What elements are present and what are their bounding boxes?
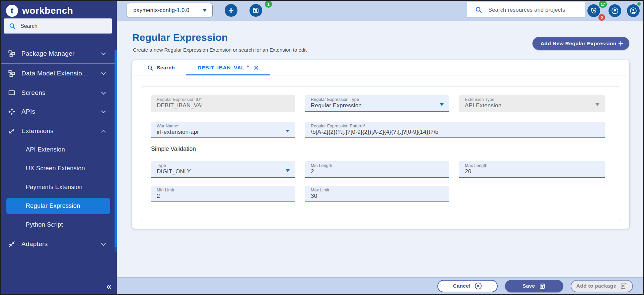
min-length-field[interactable]: Min Length 2 bbox=[305, 161, 449, 178]
min-limit-field[interactable]: Min Limit 2 bbox=[151, 186, 295, 202]
adapters-collapse-icon bbox=[8, 240, 15, 248]
field-value: Regular Expression bbox=[311, 102, 444, 109]
validation-type-select[interactable]: Type DIGIT_ONLY bbox=[151, 161, 295, 178]
field-label: Extension Type bbox=[465, 97, 599, 102]
topbar: payments-config-1.0.0 + 1 17 0 bbox=[117, 1, 644, 21]
max-limit-field[interactable]: Max Limit 30 bbox=[305, 186, 449, 202]
sidebar: t workbench Package Manager D bbox=[1, 1, 117, 294]
chevron-down-icon bbox=[101, 241, 106, 245]
global-search-input[interactable] bbox=[488, 7, 579, 13]
field-value: 20 bbox=[465, 168, 599, 175]
field-label: Max Limit bbox=[311, 188, 444, 192]
security-count-badge: 17 bbox=[599, 1, 607, 8]
sidebar-subitem-payments-extension[interactable]: Payments Extension bbox=[6, 179, 110, 195]
account-button[interactable] bbox=[627, 4, 640, 17]
sidebar-scrollbar[interactable] bbox=[115, 50, 117, 247]
main-content: Regular Expression Create a new Regular … bbox=[117, 21, 644, 277]
chevron-down-icon bbox=[101, 108, 106, 113]
sidebar-subitem-python-script[interactable]: Python Script bbox=[6, 217, 110, 233]
sidebar-item-label: Package Manager bbox=[21, 50, 102, 57]
sidebar-search-input[interactable] bbox=[20, 23, 101, 29]
dropdown-caret-icon bbox=[202, 9, 207, 12]
dropdown-caret-icon bbox=[440, 103, 444, 106]
save-all-button[interactable] bbox=[249, 4, 262, 17]
cancel-button-label: Cancel bbox=[453, 283, 471, 289]
sidebar-item-data-model-extensions[interactable]: Data Model Extensio... bbox=[1, 65, 115, 82]
notifications-bell-button[interactable] bbox=[609, 4, 621, 17]
unsaved-count-badge: 1 bbox=[265, 1, 272, 8]
field-value: 2 bbox=[311, 168, 444, 175]
unsaved-asterisk: * bbox=[247, 64, 249, 71]
project-selector-dropdown[interactable]: payments-config-1.0.0 bbox=[127, 3, 213, 17]
sidebar-collapse-button[interactable]: « bbox=[106, 282, 112, 291]
chevron-down-icon bbox=[101, 90, 106, 94]
sidebar-subitem-label: API Extension bbox=[26, 146, 65, 153]
dropdown-caret-icon bbox=[286, 169, 290, 172]
sidebar-item-label: Adapters bbox=[21, 240, 102, 248]
screen-icon bbox=[8, 89, 15, 97]
new-project-button[interactable]: + bbox=[225, 4, 237, 17]
sidebar-item-label: Extensions bbox=[21, 127, 102, 135]
sidebar-divider bbox=[1, 63, 115, 64]
field-value: DIGIT_ONLY bbox=[157, 168, 290, 175]
footer-action-bar: Cancel Save Add to package bbox=[117, 277, 644, 294]
save-floppy-icon bbox=[539, 283, 546, 290]
sidebar-item-package-manager[interactable]: Package Manager bbox=[1, 45, 115, 62]
sidebar-item-screens[interactable]: Screens bbox=[1, 84, 115, 102]
field-value: 30 bbox=[311, 193, 444, 199]
sidebar-subitem-regular-expression[interactable]: Regular Expression bbox=[6, 198, 110, 214]
extension-type-select[interactable]: Extension Type API Extension bbox=[459, 95, 605, 112]
chevron-down-icon bbox=[101, 70, 106, 75]
max-length-field[interactable]: Max Length 20 bbox=[459, 161, 605, 178]
editor-card: Search DEBIT_IBAN_VAL * Regular Expressi… bbox=[132, 60, 629, 229]
workbench-app-window: t workbench Package Manager D bbox=[0, 0, 644, 295]
regular-expression-id-field[interactable]: Regular Expression ID* DEBIT_IBAN_VAL bbox=[151, 95, 295, 112]
sidebar-subitem-ux-screen-extension[interactable]: UX Screen Extension bbox=[6, 160, 110, 177]
apis-diamonds-icon bbox=[8, 108, 15, 115]
field-label: Regular Expression ID* bbox=[157, 97, 290, 102]
security-shield-button[interactable] bbox=[587, 4, 600, 17]
add-new-regular-expression-button[interactable]: Add New Regular Expression + bbox=[532, 37, 629, 50]
sidebar-subitem-label: Regular Expression bbox=[26, 202, 80, 210]
tab-debit-iban-val[interactable]: DEBIT_IBAN_VAL * bbox=[188, 60, 266, 75]
extensions-expand-icon bbox=[8, 127, 15, 135]
app-title: workbench bbox=[22, 5, 73, 16]
field-label: Min Length bbox=[311, 163, 444, 168]
sidebar-item-extensions[interactable]: Extensions bbox=[1, 122, 115, 140]
search-icon bbox=[475, 6, 482, 13]
project-selector-value: payments-config-1.0.0 bbox=[133, 7, 202, 13]
regular-expression-pattern-field[interactable]: Regular Expression Pattern* \b[A-Z]{2}(?… bbox=[305, 122, 605, 138]
tab-search-label: Search bbox=[157, 65, 175, 71]
sidebar-subitem-label: Python Script bbox=[26, 221, 63, 228]
simple-validation-heading: Simple Validation bbox=[151, 145, 196, 153]
sidebar-item-adapters[interactable]: Adapters bbox=[1, 235, 115, 253]
sidebar-search[interactable] bbox=[4, 18, 112, 34]
sidebar-scrollbar-end bbox=[115, 247, 117, 252]
sitemap-icon bbox=[8, 50, 15, 57]
cancel-button[interactable]: Cancel bbox=[437, 280, 498, 292]
war-name-select[interactable]: War Name* irf-extension-api bbox=[151, 122, 295, 138]
field-label: Min Limit bbox=[157, 188, 290, 192]
regex-form-panel: Regular Expression ID* DEBIT_IBAN_VAL Re… bbox=[141, 86, 620, 220]
add-to-package-label: Add to package bbox=[576, 283, 617, 289]
sidebar-item-label: APIs bbox=[21, 108, 102, 115]
tab-search[interactable]: Search bbox=[132, 60, 188, 75]
search-icon bbox=[147, 65, 153, 71]
tab-close-icon[interactable] bbox=[253, 65, 260, 71]
search-icon bbox=[9, 22, 16, 30]
chevron-down-icon bbox=[101, 50, 106, 55]
app-logo: t workbench bbox=[1, 1, 117, 17]
field-value: \b[A-Z]{2}(?:[.]?[0-9]{2})[A-Z]{4}(?:[.]… bbox=[311, 129, 599, 135]
sidebar-item-label: Data Model Extensio... bbox=[21, 70, 102, 77]
dropdown-caret-icon bbox=[286, 130, 290, 132]
sidebar-subitem-api-extension[interactable]: API Extension bbox=[6, 141, 110, 158]
page-title: Regular Expression bbox=[132, 32, 228, 43]
field-label: Regular Expression Pattern* bbox=[311, 124, 599, 128]
add-to-package-button[interactable]: Add to package bbox=[571, 280, 633, 292]
regular-expression-type-select[interactable]: Regular Expression Type Regular Expressi… bbox=[305, 95, 449, 112]
sidebar-item-apis[interactable]: APIs bbox=[1, 103, 115, 120]
field-value: DEBIT_IBAN_VAL bbox=[157, 102, 290, 109]
global-search[interactable] bbox=[467, 2, 585, 17]
tab-bar: Search DEBIT_IBAN_VAL * bbox=[132, 60, 629, 75]
save-button[interactable]: Save bbox=[505, 280, 563, 292]
